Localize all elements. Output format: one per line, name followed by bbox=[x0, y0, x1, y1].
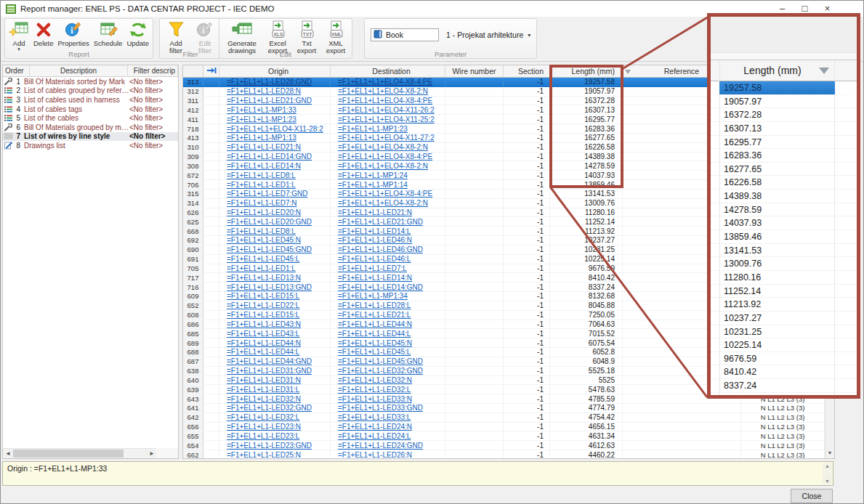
destination-link[interactable]: =F1+EL1+L1-LED33:L bbox=[338, 413, 411, 421]
destination-link[interactable]: =F1+EL1+L1-LED24:N bbox=[338, 423, 412, 431]
destination-link[interactable]: =F1+EL1+L1-LED45:GND bbox=[338, 357, 423, 365]
destination-link[interactable]: =F1+EL1+L1-MP1:14 bbox=[338, 181, 408, 189]
project-selector[interactable]: 1 - Projekat arhitekture▾ bbox=[446, 31, 530, 39]
destination-link[interactable]: =F1+EL1+L1-LED46:GND bbox=[338, 245, 423, 253]
origin-link[interactable]: =F1+EL1+L1-LED32:GND bbox=[227, 404, 312, 412]
destination-link[interactable]: =F1+EL1+L1-LED28:L bbox=[338, 301, 411, 309]
destination-link[interactable]: =F1+EL1+L1-LED45:L bbox=[338, 348, 411, 356]
origin-link[interactable]: =F1+EL1+L1-MP1:23 bbox=[227, 115, 296, 123]
add-button[interactable]: Add▾ bbox=[7, 20, 31, 52]
destination-link[interactable]: =F1+EL1+L1-LED21:GND bbox=[338, 218, 423, 226]
close-button[interactable]: Close bbox=[791, 489, 833, 503]
length-filter-funnel-icon[interactable] bbox=[625, 70, 631, 74]
report-list-item[interactable]: 6Bill Of Materials grouped by manuf...<N… bbox=[3, 123, 178, 132]
origin-link[interactable]: =F1+EL1+L1-LED31:N bbox=[227, 376, 301, 384]
report-list-item[interactable]: 8Drawings list<No filter> bbox=[3, 141, 178, 150]
destination-link[interactable]: =F1+EL1+L1-LED32:N bbox=[338, 376, 412, 384]
destination-link[interactable]: =F1+EL1+L1-LED14:GND bbox=[338, 283, 423, 291]
column-header-wire-number[interactable]: Wire number bbox=[445, 65, 504, 77]
destination-link[interactable]: =F1+EL1+L1-MP1:34 bbox=[338, 292, 408, 300]
book-parameter-field[interactable]: Book bbox=[371, 28, 439, 41]
origin-link[interactable]: =F1+EL1+L1-LED14:N bbox=[227, 162, 301, 170]
origin-link[interactable]: =F1+EL1+L1-LED1:L bbox=[227, 264, 296, 272]
destination-link[interactable]: =F1+EL1+L1-LED26:N bbox=[338, 451, 412, 458]
origin-link[interactable]: =F1+EL1+L1-LED44:N bbox=[227, 339, 301, 347]
destination-link[interactable]: =F1+EL1+L1-LED24:L bbox=[338, 432, 411, 440]
destination-link[interactable]: =F1+EL1+L1+ELO4-X8-4:PE bbox=[338, 78, 432, 86]
destination-link[interactable]: =F1+EL1+L1-LED32:GND bbox=[338, 367, 423, 375]
column-header-filter[interactable]: Filter descrip bbox=[128, 65, 178, 76]
destination-link[interactable]: =F1+EL1+L1-LED24:GND bbox=[338, 442, 423, 450]
destination-link[interactable]: =F1+EL1+L1+ELO4-X8-2:N bbox=[338, 143, 428, 151]
scroll-left-icon[interactable]: ◄ bbox=[3, 449, 13, 458]
report-list-item[interactable]: 2List of cables grouped by reference<No … bbox=[3, 86, 178, 96]
origin-link[interactable]: =F1+EL1+L1-LED15:L bbox=[227, 311, 299, 319]
origin-link[interactable]: =F1+EL1+L1-LED23:L bbox=[227, 432, 299, 440]
update-button[interactable]: Update bbox=[124, 20, 151, 48]
report-list-item[interactable]: 1Bill Of Materials sorted by Mark<No fil… bbox=[3, 77, 178, 86]
origin-link[interactable]: =F1+EL1+L1-LED31:GND bbox=[227, 367, 312, 375]
hscroll-thumb[interactable] bbox=[13, 450, 124, 458]
origin-link[interactable]: =F1+EL1+L1-LED32:L bbox=[227, 413, 299, 421]
destination-link[interactable]: =F1+EL1+L1-LED14:N bbox=[338, 274, 412, 282]
origin-link[interactable]: =F1+EL1+L1-LED22:L bbox=[227, 301, 299, 309]
destination-link[interactable]: =F1+EL1+L1+ELO4-X8-4:PE bbox=[338, 97, 432, 105]
scroll-down-icon[interactable]: ▼ bbox=[825, 448, 834, 458]
origin-link[interactable]: =F1+EL1+L1-LED44:GND bbox=[227, 357, 312, 365]
origin-link[interactable]: =F1+EL1+L1+ELO4-X11-28:2 bbox=[227, 125, 323, 133]
origin-link[interactable]: =F1+EL1+L1-LED31:L bbox=[227, 386, 299, 394]
wire-row[interactable]: 642=F1+EL1+L1-LED32:L=F1+EL1+L1-LED33:L-… bbox=[183, 413, 825, 423]
origin-link[interactable]: =F1+EL1+L1-LED13:GND bbox=[227, 283, 312, 291]
origin-link[interactable]: =F1+EL1+L1-LED13:N bbox=[227, 274, 301, 282]
column-header-goto[interactable] bbox=[203, 65, 219, 77]
destination-link[interactable]: =F1+EL1+L1+ELO4-X11-27:2 bbox=[338, 134, 435, 142]
report-list-item[interactable]: 4List of cables tags<No filter> bbox=[3, 105, 178, 114]
scroll-right-icon[interactable]: ► bbox=[147, 449, 157, 458]
destination-link[interactable]: =F1+EL1+L1+ELO4-X8-2:N bbox=[338, 87, 428, 95]
origin-link[interactable]: =F1+EL1+L1-LED45:GND bbox=[227, 245, 312, 253]
scroll-down-icon[interactable]: ▼ bbox=[825, 479, 830, 484]
origin-link[interactable]: =F1+EL1+L1-LED45:N bbox=[227, 236, 301, 244]
origin-link[interactable]: =F1+EL1+L1-LED23:N bbox=[227, 423, 301, 431]
origin-link[interactable]: =F1+EL1+L1-LED21:N bbox=[227, 143, 301, 151]
column-header-destination[interactable]: Destination bbox=[331, 65, 445, 77]
destination-link[interactable]: =F1+EL1+L1-MP1:23 bbox=[338, 125, 408, 133]
origin-link[interactable]: =F1+EL1+L1-LED21:GND bbox=[227, 97, 312, 105]
column-header-origin[interactable]: Origin bbox=[219, 65, 331, 77]
origin-link[interactable]: =F1+EL1+L1-LED8:L bbox=[227, 171, 296, 179]
wire-row[interactable]: 656=F1+EL1+L1-LED23:N=F1+EL1+L1-LED24:N-… bbox=[183, 423, 825, 432]
destination-link[interactable]: =F1+EL1+L1-LED21:N bbox=[338, 208, 412, 216]
destination-link[interactable]: =F1+EL1+L1-LED46:L bbox=[338, 255, 411, 263]
origin-link[interactable]: =F1+EL1+L1-LED14:GND bbox=[227, 153, 312, 160]
report-list-item[interactable]: 7List of wires by line style<No filter> bbox=[3, 132, 178, 142]
origin-link[interactable]: =F1+EL1+L1-MP1:13 bbox=[227, 134, 296, 142]
destination-link[interactable]: =F1+EL1+L1-LED45:N bbox=[338, 339, 412, 347]
origin-link[interactable]: =F1+EL1+L1-LED20:GND bbox=[227, 218, 312, 226]
destination-link[interactable]: =F1+EL1+L1-LED44:N bbox=[338, 320, 412, 328]
destination-link[interactable]: =F1+EL1+L1-LED33:N bbox=[338, 395, 412, 403]
wire-row[interactable]: 654=F1+EL1+L1-LED23:GND=F1+EL1+L1-LED24:… bbox=[183, 441, 825, 450]
destination-link[interactable]: =F1+EL1+L1+ELO4-X8-2:N bbox=[338, 162, 428, 170]
report-list-item[interactable]: 3List of cables used in harness<No filte… bbox=[3, 95, 178, 105]
origin-link[interactable]: =F1+EL1+L1-LED28:N bbox=[227, 87, 301, 95]
origin-link[interactable]: =F1+EL1+L1-LED15:L bbox=[227, 292, 299, 300]
wire-row[interactable]: 641=F1+EL1+L1-LED32:GND=F1+EL1+L1-LED33:… bbox=[183, 404, 825, 413]
destination-link[interactable]: =F1+EL1+L1-LED46:N bbox=[338, 236, 412, 244]
destination-link[interactable]: =F1+EL1+L1-LED44:L bbox=[338, 330, 411, 338]
schedule-button[interactable]: Schedule bbox=[92, 20, 125, 48]
origin-link[interactable]: =F1+EL1+L1-MP1:33 bbox=[227, 106, 296, 114]
origin-link[interactable]: =F1+EL1+L1-LED7:GND bbox=[227, 190, 307, 198]
origin-link[interactable]: =F1+EL1+L1-LED32:N bbox=[227, 395, 301, 403]
column-header-description[interactable]: Description bbox=[30, 65, 128, 76]
report-list-hscrollbar[interactable]: ◄ ► bbox=[3, 448, 157, 458]
column-header-rownum[interactable] bbox=[183, 65, 203, 77]
destination-link[interactable]: =F1+EL1+L1+ELO4-X11-25:2 bbox=[338, 115, 435, 123]
destination-link[interactable]: =F1+EL1+L1-LED14:L bbox=[338, 227, 411, 235]
origin-link[interactable]: =F1+EL1+L1-LED28:GND bbox=[227, 78, 312, 86]
origin-link[interactable]: =F1+EL1+L1-LED45:L bbox=[227, 255, 299, 263]
origin-link[interactable]: =F1+EL1+L1-LED43:L bbox=[227, 330, 299, 338]
column-header-order[interactable]: Order bbox=[3, 65, 30, 76]
delete-button[interactable]: Delete bbox=[31, 20, 55, 48]
destination-link[interactable]: =F1+EL1+L1+ELO4-X8-4:PE bbox=[338, 153, 432, 160]
properties-button[interactable]: iProperties bbox=[55, 20, 91, 48]
